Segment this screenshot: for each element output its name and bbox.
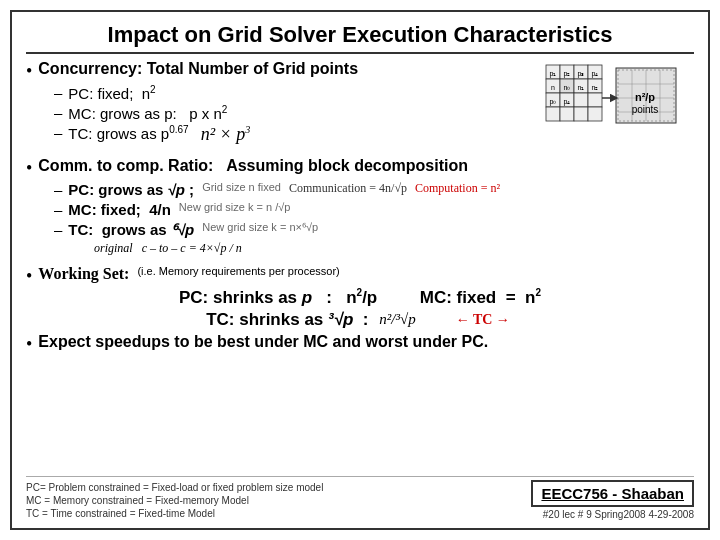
svg-rect-14	[574, 107, 588, 121]
comm-pc-note: Grid size n fixed	[202, 181, 281, 193]
comm-pc-formula-comm: Communication = 4n/√p	[289, 181, 407, 196]
concurrency-tc-text: TC: grows as p0.67	[68, 124, 188, 142]
footer-right: EECC756 - Shaaban #20 lec # 9 Spring2008…	[531, 480, 694, 520]
bullet-dot-3: •	[26, 267, 32, 285]
comm-pc-text: PC: grows as √p ;	[68, 181, 194, 198]
svg-text:p₄: p₄	[592, 70, 599, 78]
concurrency-label: Concurrency: Total Number of Grid points	[38, 60, 358, 78]
slide: Impact on Grid Solver Execution Characte…	[10, 10, 710, 530]
comm-tc-text: TC: grows as ⁶√p	[68, 221, 194, 239]
svg-rect-13	[560, 107, 574, 121]
comm-mc-text: MC: fixed; 4/n	[68, 201, 171, 218]
svg-text:p₁: p₁	[550, 70, 557, 78]
comm-subbullets: – PC: grows as √p ; Grid size n fixed Co…	[54, 181, 694, 256]
working-set-note: (i.e. Memory requirements per processor)	[137, 265, 339, 277]
footer-pc-def: PC= Problem constrained = Fixed-load or …	[26, 481, 323, 494]
svg-text:p₄: p₄	[564, 98, 571, 106]
svg-text:p₃: p₃	[578, 70, 585, 78]
tc-fraction: n²/³√p	[379, 311, 415, 328]
concurrency-pc-text: PC: fixed; n2	[68, 84, 155, 102]
tc-formula: n² × p3	[201, 124, 251, 145]
svg-rect-10	[574, 93, 588, 107]
grid-diagram-area: p₁ p₂ p₃ p₄ n n₀ n₁ n₂ p₀ p₄	[534, 60, 694, 150]
svg-text:n₁: n₁	[578, 84, 585, 91]
bullet-dot-4: •	[26, 335, 32, 353]
comm-header: • Comm. to comp. Ratio: Assuming block d…	[26, 157, 694, 177]
svg-rect-15	[588, 107, 602, 121]
svg-text:p₂: p₂	[564, 70, 571, 78]
comm-pc: – PC: grows as √p ; Grid size n fixed Co…	[54, 181, 694, 198]
tc-arrow: ← TC →	[456, 312, 510, 328]
section-working-set: • Working Set: (i.e. Memory requirements…	[26, 265, 694, 330]
tc-working-set-line: TC: shrinks as ³√p : n²/³√p ← TC →	[26, 310, 694, 330]
footer-tc-def: TC = Time constrained = Fixed-time Model	[26, 507, 323, 520]
expect-text: Expect speedups to be best under MC and …	[38, 333, 488, 351]
bullet-dot-2: •	[26, 159, 32, 177]
original-note: original c – to – c = 4×√p / n	[94, 241, 694, 256]
footer-mc-def: MC = Memory constrained = Fixed-memory M…	[26, 494, 323, 507]
svg-text:n²/p: n²/p	[635, 91, 655, 103]
comm-pc-formula-comp: Computation = n²	[415, 181, 500, 196]
grid-svg: p₁ p₂ p₃ p₄ n n₀ n₁ n₂ p₀ p₄	[544, 63, 684, 143]
comm-mc: – MC: fixed; 4/n New grid size k = n /√p	[54, 201, 694, 218]
content-area: • Concurrency: Total Number of Grid poin…	[26, 60, 694, 476]
footer-page: #20 lec # 9 Spring2008 4-29-2008	[543, 509, 694, 520]
section-comm: • Comm. to comp. Ratio: Assuming block d…	[26, 157, 694, 260]
grid-diagram: p₁ p₂ p₃ p₄ n n₀ n₁ n₂ p₀ p₄	[544, 63, 684, 147]
svg-text:n₀: n₀	[564, 84, 571, 91]
bullet-dot-1: •	[26, 62, 32, 80]
working-set-header: • Working Set: (i.e. Memory requirements…	[26, 265, 694, 285]
concurrency-mc-text: MC: grows as p: p x n2	[68, 104, 227, 122]
svg-text:n: n	[551, 84, 555, 91]
pc-mc-line: PC: shrinks as p : n2/p MC: fixed = n2	[26, 287, 694, 308]
comm-tc-note: New grid size k = n×⁶√p	[202, 221, 318, 234]
eecc-box: EECC756 - Shaaban	[531, 480, 694, 507]
section-concurrency: • Concurrency: Total Number of Grid poin…	[26, 60, 694, 151]
svg-rect-12	[546, 107, 560, 121]
svg-text:n₂: n₂	[592, 84, 599, 91]
comm-mc-note: New grid size k = n /√p	[179, 201, 291, 213]
svg-text:p₀: p₀	[550, 98, 557, 106]
footer-left: PC= Problem constrained = Fixed-load or …	[26, 481, 323, 520]
comm-label: Comm. to comp. Ratio: Assuming block dec…	[38, 157, 468, 175]
expect-header: • Expect speedups to be best under MC an…	[26, 333, 694, 354]
working-set-label: Working Set:	[38, 265, 129, 283]
comm-subbullets-wrapper: – PC: grows as √p ; Grid size n fixed Co…	[26, 181, 694, 260]
tc-shrinks-text: TC: shrinks as ³√p :	[206, 310, 373, 330]
svg-rect-11	[588, 93, 602, 107]
svg-text:points: points	[632, 104, 659, 115]
footer: PC= Problem constrained = Fixed-load or …	[26, 476, 694, 520]
section-expect: • Expect speedups to be best under MC an…	[26, 333, 694, 354]
slide-title: Impact on Grid Solver Execution Characte…	[26, 22, 694, 54]
comm-tc: – TC: grows as ⁶√p New grid size k = n×⁶…	[54, 221, 694, 239]
